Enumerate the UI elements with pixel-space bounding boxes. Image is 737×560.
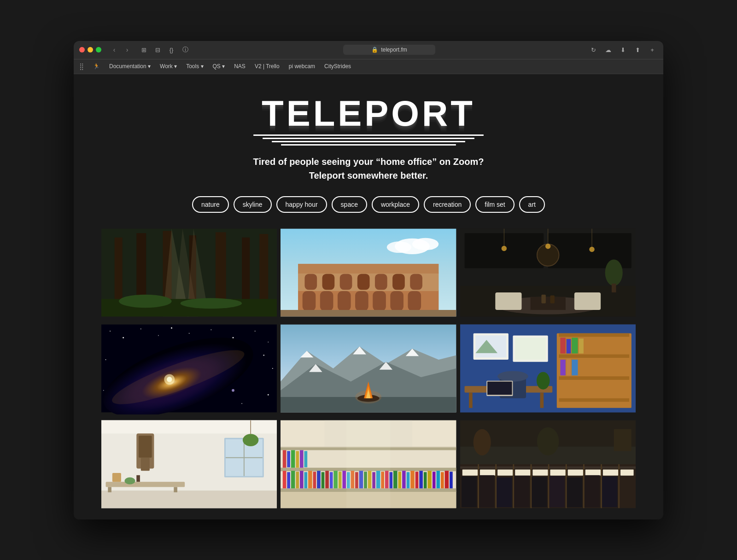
bookmark-citystrides[interactable]: CityStrides	[321, 62, 355, 71]
svg-point-139	[243, 434, 258, 446]
svg-rect-205	[567, 469, 583, 475]
bookmark-docs[interactable]: Documentation ▾	[105, 62, 154, 71]
maximize-button[interactable]	[96, 47, 101, 52]
svg-point-52	[501, 245, 506, 251]
filter-nature[interactable]: nature	[192, 196, 229, 213]
svg-point-54	[545, 244, 550, 249]
filter-art[interactable]: art	[519, 196, 545, 213]
svg-rect-212	[530, 464, 532, 508]
svg-rect-221	[514, 475, 529, 507]
filter-happy-hour[interactable]: happy hour	[276, 196, 327, 213]
url-text: teleport.fm	[381, 47, 407, 53]
svg-rect-33	[392, 274, 405, 289]
svg-rect-157	[330, 472, 333, 488]
svg-rect-50	[612, 283, 616, 292]
svg-rect-147	[287, 472, 291, 488]
forward-button[interactable]: ›	[122, 44, 133, 55]
svg-rect-29	[322, 274, 335, 289]
share-button[interactable]: ⬆	[632, 44, 643, 55]
filter-tags: nature skyline happy hour space workplac…	[83, 196, 654, 213]
grid-item-galaxy[interactable]	[101, 322, 277, 414]
svg-rect-44	[495, 292, 521, 309]
sidebar-toggle[interactable]: ⊞	[138, 44, 149, 55]
svg-rect-186	[283, 450, 287, 467]
svg-point-12	[119, 294, 171, 308]
svg-rect-115	[540, 392, 544, 408]
svg-rect-134	[108, 487, 111, 492]
toolbar-icons: ⊞ ⊟ {} ⓘ	[138, 44, 191, 55]
svg-point-64	[211, 329, 211, 330]
grid-item-room[interactable]	[101, 418, 277, 510]
svg-rect-22	[338, 291, 351, 311]
svg-rect-224	[567, 477, 582, 507]
grid-item-office[interactable]	[460, 322, 636, 414]
minimize-button[interactable]	[88, 47, 93, 52]
filter-film-set[interactable]: film set	[475, 196, 514, 213]
svg-rect-226	[602, 476, 617, 507]
svg-rect-107	[572, 359, 578, 375]
grid-item-library[interactable]	[281, 418, 456, 510]
bookmark-pi-webcam[interactable]: pi webcam	[285, 62, 319, 71]
cloud-icon[interactable]: ☁	[602, 44, 614, 55]
svg-point-68	[105, 359, 106, 360]
svg-rect-151	[304, 472, 308, 488]
svg-point-61	[158, 335, 159, 336]
bookmark-qs[interactable]: QS ▾	[209, 62, 229, 71]
filter-skyline[interactable]: skyline	[234, 196, 272, 213]
svg-rect-31	[357, 274, 370, 289]
svg-rect-149	[296, 472, 299, 488]
filter-recreation[interactable]: recreation	[424, 196, 471, 213]
bookmark-work[interactable]: Work ▾	[156, 62, 181, 71]
svg-rect-188	[291, 450, 295, 467]
grid-item-cafe[interactable]	[460, 227, 636, 319]
svg-rect-106	[566, 359, 571, 375]
filter-space[interactable]: space	[332, 196, 367, 213]
address-bar[interactable]: 🔒 teleport.fm	[343, 45, 435, 55]
svg-rect-34	[410, 274, 423, 289]
svg-point-13	[181, 298, 242, 309]
download-button[interactable]: ⬇	[617, 44, 628, 55]
bookmark-trello[interactable]: V2 | Trello	[251, 62, 283, 71]
svg-rect-179	[424, 472, 427, 488]
svg-rect-102	[566, 339, 571, 353]
bookmark-nas[interactable]: NAS	[230, 62, 249, 71]
svg-rect-155	[322, 472, 325, 488]
code-icon[interactable]: {}	[166, 44, 177, 55]
svg-rect-210	[495, 464, 497, 508]
svg-rect-184	[445, 471, 449, 488]
svg-rect-25	[391, 291, 404, 311]
reader-view[interactable]: ⊟	[152, 44, 163, 55]
tagline-line1: Tired of people seeing your “home office…	[83, 155, 654, 169]
svg-rect-156	[326, 471, 329, 488]
svg-rect-176	[411, 471, 415, 488]
svg-rect-204	[550, 469, 565, 475]
svg-rect-190	[300, 450, 304, 467]
grid-item-forest[interactable]	[101, 227, 277, 319]
svg-rect-173	[398, 472, 402, 488]
svg-rect-213	[548, 464, 549, 508]
back-button[interactable]: ‹	[109, 44, 120, 55]
svg-rect-98	[559, 354, 629, 358]
info-icon[interactable]: ⓘ	[180, 44, 191, 55]
svg-rect-209	[478, 464, 479, 508]
svg-point-49	[605, 259, 622, 286]
svg-rect-30	[340, 274, 352, 289]
svg-rect-200	[480, 469, 495, 475]
grid-item-colosseum[interactable]	[281, 227, 456, 319]
svg-rect-104	[579, 338, 583, 353]
bookmark-runner-icon[interactable]: 🏃	[89, 62, 104, 71]
svg-rect-202	[515, 469, 530, 475]
filter-workplace[interactable]: workplace	[372, 196, 419, 213]
grid-item-records[interactable]	[460, 418, 636, 510]
svg-rect-158	[334, 471, 338, 488]
svg-rect-97	[559, 333, 629, 337]
image-grid	[101, 227, 636, 510]
svg-point-78	[167, 377, 172, 382]
close-button[interactable]	[79, 47, 85, 52]
bookmark-tools[interactable]: Tools ▾	[182, 62, 207, 71]
reload-button[interactable]: ↻	[588, 44, 599, 55]
svg-rect-183	[441, 472, 444, 488]
grid-item-mountains[interactable]	[281, 322, 456, 414]
new-tab-button[interactable]: +	[647, 44, 658, 55]
svg-point-16	[412, 238, 439, 250]
